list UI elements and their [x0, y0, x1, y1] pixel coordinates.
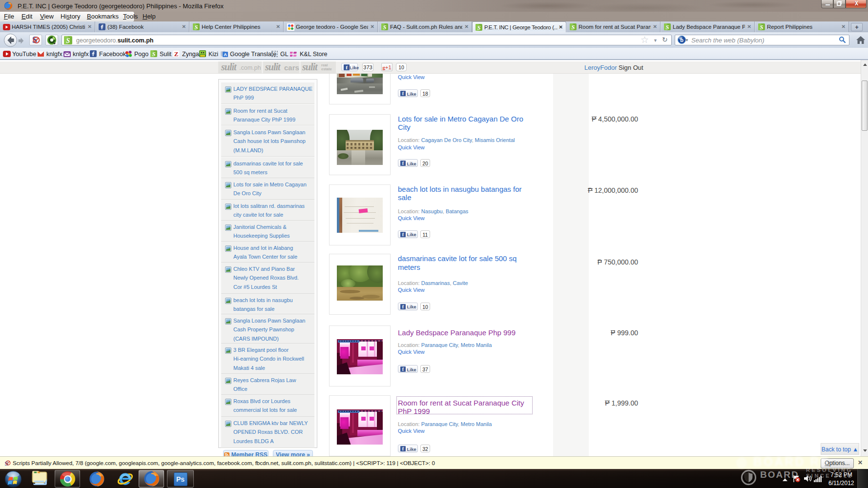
- svg-text:Z: Z: [174, 50, 179, 57]
- svg-text:A: A: [224, 52, 227, 57]
- svg-text:S: S: [572, 24, 575, 31]
- svg-text:S: S: [760, 24, 764, 31]
- svg-text:S: S: [152, 51, 156, 58]
- svg-text:S: S: [195, 24, 198, 31]
- svg-text:b: b: [680, 37, 683, 43]
- svg-text:S: S: [666, 24, 669, 31]
- svg-text:S: S: [477, 24, 481, 31]
- svg-text:S: S: [383, 24, 387, 31]
- svg-text:S: S: [66, 37, 70, 44]
